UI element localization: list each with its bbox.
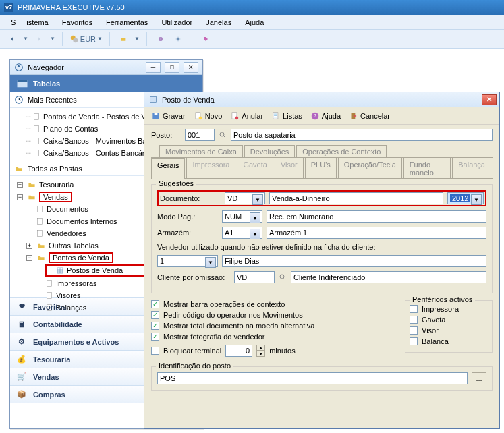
calculator-icon: 🖩 [16, 318, 28, 330]
check-total[interactable]: ✓Mostrar total documento na moeda altern… [151, 322, 397, 330]
cliente-name-input[interactable]: Cliente Indiferenciado [291, 271, 486, 283]
spinner-down-button[interactable]: ▼ [256, 351, 265, 357]
tab-balanca[interactable]: Balança [452, 158, 491, 178]
posto-code-input[interactable]: 001 [185, 129, 215, 141]
expander-plus-icon[interactable]: + [26, 243, 32, 249]
search-icon[interactable] [279, 273, 287, 281]
list-icon [271, 111, 281, 121]
tab-plus[interactable]: PLU's [305, 158, 337, 178]
sugestoes-legend: Sugestões [156, 179, 196, 187]
document-icon [45, 279, 53, 288]
folder-open-icon [14, 165, 24, 173]
package-icon: 📦 [16, 388, 28, 401]
tab-impressora[interactable]: Impressora [186, 158, 235, 178]
perif-visor[interactable]: Visor [410, 326, 488, 335]
toolbar-globe-button[interactable] [154, 32, 167, 46]
document-icon [32, 148, 40, 158]
table-icon [56, 266, 64, 275]
perif-impressora[interactable]: Impressora [410, 305, 488, 313]
identificacao-group: Identificação do posto POS ... [151, 366, 493, 391]
expander-minus-icon[interactable]: − [26, 255, 32, 261]
tab-gerais[interactable]: Gerais [151, 158, 185, 179]
perifericos-group: Periféricos activos Impressora Gaveta Vi… [405, 300, 493, 353]
ajuda-button[interactable]: ?Ajuda [308, 110, 343, 122]
perif-gaveta[interactable]: Gaveta [410, 316, 488, 324]
maximize-button[interactable]: □ [165, 62, 179, 73]
svg-point-25 [235, 116, 239, 119]
anular-button[interactable]: Anular [227, 110, 266, 122]
dropdown-arrow-icon[interactable]: ▼ [50, 36, 55, 42]
browse-button[interactable]: ... [472, 372, 486, 384]
arrow-right-icon [36, 34, 42, 44]
documento-code-dropdown[interactable]: VD [225, 192, 265, 204]
novo-button[interactable]: Novo [191, 110, 225, 122]
menu-janelas[interactable]: Janelas [200, 17, 237, 28]
currency-selector[interactable]: EUR ▼ [69, 34, 103, 44]
cliente-code-input[interactable]: VD [234, 271, 275, 283]
listas-button[interactable]: Listas [269, 110, 305, 122]
toolbar-tag-button[interactable] [199, 32, 213, 46]
currency-icon [69, 34, 79, 44]
toolbar-back-button[interactable] [5, 32, 19, 46]
tab-fundo[interactable]: Fundo maneio [403, 158, 451, 178]
menu-ajuda[interactable]: Ajuda [240, 17, 269, 28]
vendedor-code-dropdown[interactable]: 1 [157, 255, 218, 267]
dropdown-arrow-icon[interactable]: ▼ [134, 36, 140, 42]
tab-oper-contexto[interactable]: Operações de Contexto [296, 145, 387, 157]
check-bloquear[interactable]: Bloquear terminal 0 ▲ ▼ minutos [151, 345, 397, 357]
door-exit-icon [349, 111, 358, 121]
modopag-name-input[interactable]: Rec. em Numerário [267, 210, 486, 223]
clock-icon [14, 95, 24, 105]
vendedor-name-input[interactable]: Filipe Dias [222, 255, 486, 267]
menu-favoritos[interactable]: Favoritos [57, 17, 98, 28]
tab-mov-caixa[interactable]: Movimentos de Caixa [159, 145, 243, 157]
vendedor-hint: Vendedor utilizado quando não estiver de… [157, 243, 376, 251]
menu-sistema[interactable]: Sistema [5, 17, 54, 28]
svg-rect-17 [47, 293, 52, 299]
menu-utilizador[interactable]: Utilizador [156, 17, 198, 28]
toolbar-forward-button[interactable] [32, 32, 46, 46]
modopag-code-dropdown[interactable]: NUM [222, 210, 262, 223]
check-codigo[interactable]: ✓Pedir código do operador nos Movimentos [151, 311, 397, 319]
tab-gaveta[interactable]: Gaveta [237, 158, 273, 178]
cancel-doc-icon [230, 111, 240, 121]
close-button[interactable]: ✕ [482, 94, 497, 105]
check-barra[interactable]: ✓Mostrar barra operações de contexto [151, 300, 397, 308]
all-folders-label: Todas as Pastas [28, 165, 82, 173]
documento-name-input[interactable]: Venda-a-Dinheiro [269, 192, 443, 204]
svg-text:?: ? [314, 113, 316, 118]
armazem-name-input[interactable]: Armazém 1 [267, 227, 486, 239]
cancelar-button[interactable]: Cancelar [346, 110, 393, 122]
tag-icon [203, 34, 208, 44]
documento-year-dropdown[interactable]: 2012 [447, 192, 484, 204]
posto-name-input[interactable]: Posto da sapataria [231, 129, 493, 141]
minutos-label: minutos [269, 347, 296, 355]
gravar-button[interactable]: Gravar [148, 110, 188, 122]
close-button[interactable]: ✕ [184, 62, 198, 73]
dropdown-arrow-icon[interactable]: ▼ [23, 36, 28, 42]
svg-rect-16 [47, 281, 52, 287]
menu-ferramentas[interactable]: Ferramentas [101, 17, 153, 28]
navegador-title: Navegador [28, 63, 64, 71]
svg-rect-19 [150, 96, 156, 102]
tab-devolucoes[interactable]: Devoluções [244, 145, 295, 157]
expander-plus-icon[interactable]: + [17, 182, 23, 188]
expander-minus-icon[interactable]: − [17, 194, 23, 200]
minutos-input[interactable]: 0 [225, 345, 252, 357]
document-icon [36, 216, 44, 226]
toolbar-tools-button[interactable] [171, 32, 185, 46]
menubar: Sistema Favoritos Ferramentas Utilizador… [0, 15, 504, 30]
checkbox-unchecked-icon [410, 305, 418, 313]
checkbox-checked-icon: ✓ [151, 322, 159, 330]
globe-icon [158, 34, 163, 44]
search-icon[interactable] [219, 131, 227, 139]
armazem-code-dropdown[interactable]: A1 [222, 227, 262, 239]
toolbar-folder-button[interactable] [117, 32, 130, 46]
minimize-button[interactable]: ─ [146, 62, 161, 73]
tab-oper-tecla[interactable]: Operação/Tecla [338, 158, 402, 178]
spinner-up-button[interactable]: ▲ [256, 345, 265, 351]
identificacao-input[interactable]: POS [157, 372, 468, 384]
check-foto[interactable]: ✓Mostrar fotografia do vendedor [151, 333, 397, 341]
perif-balanca[interactable]: Balanca [410, 337, 488, 345]
tab-visor[interactable]: Visor [275, 158, 304, 178]
